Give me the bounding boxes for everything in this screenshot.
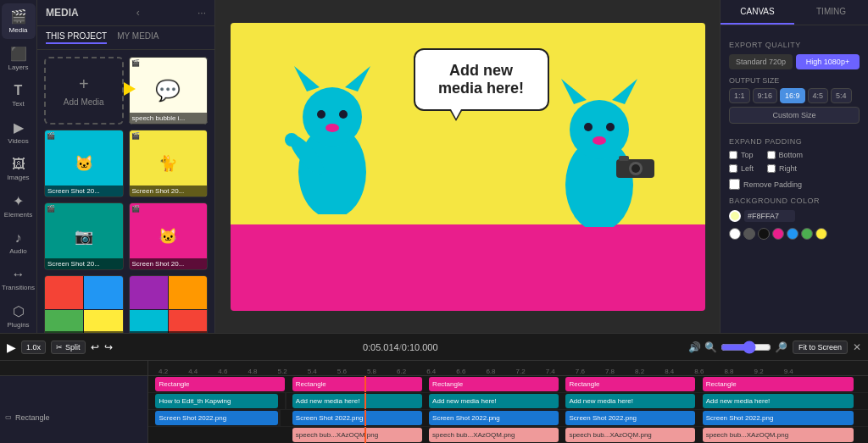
quality-high-button[interactable]: High 1080p+ bbox=[796, 54, 860, 69]
color-swatch-active[interactable] bbox=[729, 210, 741, 222]
media-item-teal2[interactable]: 📷 Screen Shot 20... 🎬 bbox=[44, 202, 124, 270]
clip-ss-1[interactable]: Screen Shot 2022.png bbox=[155, 411, 277, 425]
sidebar-item-text[interactable]: T Text bbox=[2, 78, 36, 113]
undo-button[interactable]: ↩ bbox=[91, 341, 99, 353]
color-swatch-green[interactable] bbox=[801, 228, 813, 240]
padding-top-row: Top bbox=[729, 151, 754, 159]
color-swatch-white[interactable] bbox=[729, 228, 741, 240]
ruler-mark: 6.4 bbox=[416, 368, 446, 375]
sidebar-label-plugins: Plugins bbox=[7, 321, 29, 329]
rect-track-label: Rectangle bbox=[15, 413, 50, 422]
clip-title-2[interactable]: Add new media here! bbox=[292, 394, 422, 408]
clip-title-5[interactable]: Add new media here! bbox=[703, 394, 854, 408]
clip-speech-3[interactable]: speech bub...XAzOQM.png bbox=[565, 428, 695, 442]
sidebar-label-videos: Videos bbox=[8, 137, 28, 145]
arrow-indicator bbox=[124, 82, 136, 96]
color-swatch-yellow[interactable] bbox=[815, 228, 827, 240]
custom-size-button[interactable]: Custom Size bbox=[729, 107, 860, 124]
color-swatch-black[interactable] bbox=[758, 228, 770, 240]
speed-button[interactable]: 1.0x bbox=[21, 341, 46, 354]
media-item-teal1[interactable]: 🐱 Screen Shot 20... 🎬 bbox=[44, 130, 124, 197]
color-swatch-blue[interactable] bbox=[787, 228, 798, 240]
sidebar-item-images[interactable]: 🖼 Images bbox=[2, 152, 36, 186]
zoom-plus-icon[interactable]: 🔎 bbox=[775, 341, 787, 353]
padding-left-checkbox[interactable] bbox=[729, 164, 737, 173]
size-9-16[interactable]: 9:16 bbox=[753, 88, 778, 103]
canvas-content[interactable]: Add new media here! bbox=[231, 23, 705, 311]
redo-button[interactable]: ↪ bbox=[104, 341, 113, 353]
bg-color-label: BACKGROUND COLOR bbox=[729, 197, 860, 205]
output-size-label: OUTPUT SIZE bbox=[729, 76, 860, 85]
size-5-4[interactable]: 5:4 bbox=[831, 88, 852, 103]
clip-rect-4[interactable]: Rectangle bbox=[565, 377, 695, 391]
padding-top-checkbox[interactable] bbox=[729, 151, 737, 159]
speech-text: Add new media here! bbox=[438, 62, 524, 97]
padding-right-checkbox[interactable] bbox=[767, 164, 776, 173]
play-button[interactable]: ▶ bbox=[7, 341, 16, 354]
sidebar-item-media[interactable]: 🎬 Media bbox=[2, 3, 36, 39]
speech-bubble-preview: 💬 bbox=[155, 79, 181, 102]
clip-rect-3[interactable]: Rectangle bbox=[429, 377, 559, 391]
sidebar-item-plugins[interactable]: ⬡ Plugins bbox=[2, 298, 36, 333]
media-panel-close[interactable]: ‹ bbox=[136, 7, 140, 19]
remove-padding-checkbox[interactable] bbox=[729, 179, 740, 190]
clip-speech-2[interactable]: speech bub...XAzOQM.png bbox=[429, 428, 559, 442]
media-item-grid2[interactable]: image.png bbox=[129, 275, 209, 333]
color-swatch-gray[interactable] bbox=[743, 228, 755, 240]
clip-rect-1[interactable]: Rectangle bbox=[155, 377, 285, 391]
add-media-label: Add Media bbox=[64, 97, 104, 107]
clip-ss-2[interactable]: Screen Shot 2022.png bbox=[292, 411, 422, 425]
clip-ss-3[interactable]: Screen Shot 2022.png bbox=[429, 411, 559, 425]
clip-rect-5[interactable]: Rectangle bbox=[703, 377, 854, 391]
clip-ss-4[interactable]: Screen Shot 2022.png bbox=[565, 411, 695, 425]
color-hex-input[interactable] bbox=[744, 210, 795, 222]
size-4-5[interactable]: 4:5 bbox=[808, 88, 829, 103]
media-panel-options[interactable]: ··· bbox=[198, 7, 206, 19]
media-item-grid1[interactable]: image.png bbox=[44, 275, 124, 333]
clip-speech-1[interactable]: speech bub...XAzOQM.png bbox=[292, 428, 422, 442]
ruler-mark: 6.2 bbox=[387, 368, 416, 375]
ruler-mark: 5.8 bbox=[357, 368, 387, 375]
quality-standard-button[interactable]: Standard 720p bbox=[729, 54, 793, 69]
clip-speech-4[interactable]: speech bub...XAzOQM.png bbox=[703, 428, 854, 442]
svg-marker-11 bbox=[561, 79, 587, 104]
ruler-mark: 8.4 bbox=[654, 368, 684, 375]
volume-icon[interactable]: 🔊 bbox=[688, 341, 701, 353]
track-rect: Rectangle Rectangle Rectangle Rectangle … bbox=[148, 376, 868, 393]
media-item-label: Screen Shot 20... bbox=[130, 186, 208, 197]
media-item-label: image.png bbox=[130, 331, 208, 333]
clip-ss-5[interactable]: Screen Shot 2022.png bbox=[703, 411, 854, 425]
media-item-yellow[interactable]: 🐈 Screen Shot 20... 🎬 bbox=[129, 130, 209, 197]
quality-buttons: Standard 720p High 1080p+ bbox=[729, 54, 860, 69]
sidebar-item-layers[interactable]: ⬛ Layers bbox=[2, 41, 36, 76]
tab-my-media[interactable]: MY MEDIA bbox=[117, 31, 159, 44]
zoom-slider[interactable] bbox=[721, 341, 771, 354]
fit-to-screen-button[interactable]: Fit to Screen bbox=[793, 341, 848, 354]
add-media-button[interactable]: + Add Media bbox=[44, 57, 124, 125]
split-button[interactable]: ✂ Split bbox=[51, 341, 86, 354]
close-timeline-button[interactable]: ✕ bbox=[853, 341, 861, 353]
tab-canvas[interactable]: CANVAS bbox=[721, 0, 794, 25]
ruler-mark: 8.6 bbox=[684, 368, 714, 375]
tab-this-project[interactable]: THIS PROJECT bbox=[46, 31, 107, 44]
timeline-scroll[interactable]: 4.2 4.4 4.6 4.8 5.2 5.4 5.6 5.8 6.2 6.4 … bbox=[148, 361, 868, 443]
tab-timing[interactable]: TIMING bbox=[794, 0, 868, 25]
media-icon: 🎬 bbox=[10, 8, 27, 25]
clip-title-4[interactable]: Add new media here! bbox=[565, 394, 695, 408]
clip-rect-2[interactable]: Rectangle bbox=[292, 377, 422, 391]
bg-color-section: BACKGROUND COLOR bbox=[729, 197, 860, 240]
sidebar-item-audio[interactable]: ♪ Audio bbox=[2, 225, 36, 260]
zoom-minus-icon[interactable]: 🔍 bbox=[704, 341, 717, 353]
size-1-1[interactable]: 1:1 bbox=[729, 88, 750, 103]
media-type-icon: 🎬 bbox=[47, 132, 55, 140]
sidebar-item-elements[interactable]: ✦ Elements bbox=[2, 188, 36, 224]
media-item-pink[interactable]: 🐱 Screen Shot 20... 🎬 bbox=[129, 202, 209, 270]
clip-title-1[interactable]: How to Edit_th Kapwing bbox=[155, 394, 277, 408]
size-16-9[interactable]: 16:9 bbox=[780, 88, 805, 103]
sidebar-item-transitions[interactable]: ↔ Transitions bbox=[2, 262, 36, 296]
sidebar-item-videos[interactable]: ▶ Videos bbox=[2, 114, 36, 150]
clip-title-3[interactable]: Add new media here! bbox=[429, 394, 559, 408]
padding-bottom-checkbox[interactable] bbox=[767, 151, 776, 159]
color-swatch-pink[interactable] bbox=[772, 228, 784, 240]
media-item-speech[interactable]: 💬 speech bubble i... 🎬 bbox=[129, 57, 209, 125]
